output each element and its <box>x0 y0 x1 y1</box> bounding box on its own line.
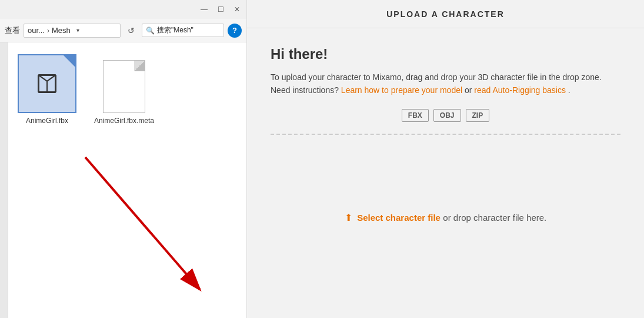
link-prepare-model[interactable]: Learn how to prepare your model <box>341 85 462 95</box>
file-corner-fbx <box>64 55 75 67</box>
file-label-fbx: AnimeGirl.fbx <box>26 117 68 125</box>
breadcrumb-separator: › <box>47 26 49 35</box>
title-bar: — ☐ ✕ <box>0 0 246 19</box>
view-label: 查看 <box>5 25 20 36</box>
breadcrumb-prefix: our... <box>28 26 45 35</box>
help-button[interactable]: ? <box>228 24 242 38</box>
format-fbx: FBX <box>402 109 429 122</box>
minimize-button[interactable]: — <box>199 5 209 14</box>
mixamo-content: Hi there! To upload your character to Mi… <box>247 28 644 318</box>
or-text: or <box>465 85 474 95</box>
format-obj: OBJ <box>433 109 461 122</box>
breadcrumb-current: Mesh <box>52 26 71 35</box>
mixamo-title: UPLOAD A CHARACTER <box>386 9 505 19</box>
file-area: AnimeGirl.fbx AnimeGirl.fbx.meta <box>8 42 246 318</box>
refresh-button[interactable]: ↺ <box>124 24 138 38</box>
link-auto-rigging[interactable]: read Auto-Rigging basics <box>474 85 566 95</box>
upload-icon: ⬆ <box>345 213 352 223</box>
svg-line-2 <box>47 75 56 81</box>
greeting: Hi there! <box>271 46 620 62</box>
period-text: . <box>568 85 570 95</box>
description-text: To upload your character to Mixamo, drag… <box>271 71 620 97</box>
breadcrumb-dropdown[interactable]: ▾ <box>73 25 84 36</box>
file-label-meta: AnimeGirl.fbx.meta <box>94 117 154 125</box>
drop-zone-content: ⬆ Select character file or drop characte… <box>345 212 547 223</box>
mixamo-header: UPLOAD A CHARACTER <box>247 0 644 28</box>
maximize-button[interactable]: ☐ <box>216 5 225 14</box>
fbx-icon <box>32 69 62 98</box>
close-button[interactable]: ✕ <box>232 5 242 14</box>
mixamo-panel: UPLOAD A CHARACTER Hi there! To upload y… <box>247 0 644 318</box>
select-file-link[interactable]: Select character file <box>357 213 441 223</box>
format-badges: FBX OBJ ZIP <box>271 109 620 122</box>
drop-text: or drop character file here. <box>443 213 546 223</box>
format-zip: ZIP <box>466 109 490 122</box>
file-explorer-panel: — ☐ ✕ 查看 our... › Mesh ▾ ↺ 🔍 搜索"Mesh" ? <box>0 0 247 318</box>
search-bar[interactable]: 🔍 搜索"Mesh" <box>142 24 224 37</box>
svg-line-1 <box>38 75 47 81</box>
file-icon-fbx <box>18 54 76 113</box>
search-icon: 🔍 <box>146 26 155 35</box>
toolbar: 查看 our... › Mesh ▾ ↺ 🔍 搜索"Mesh" ? <box>0 19 246 42</box>
explorer-body: AnimeGirl.fbx AnimeGirl.fbx.meta <box>0 42 246 318</box>
search-text: 搜索"Mesh" <box>157 25 193 35</box>
file-item-meta[interactable]: AnimeGirl.fbx.meta <box>94 60 154 125</box>
file-icon-meta <box>103 60 145 113</box>
drop-zone[interactable]: ⬆ Select character file or drop characte… <box>271 135 620 300</box>
nav-strip <box>0 42 8 318</box>
file-item-fbx[interactable]: AnimeGirl.fbx <box>18 54 76 125</box>
